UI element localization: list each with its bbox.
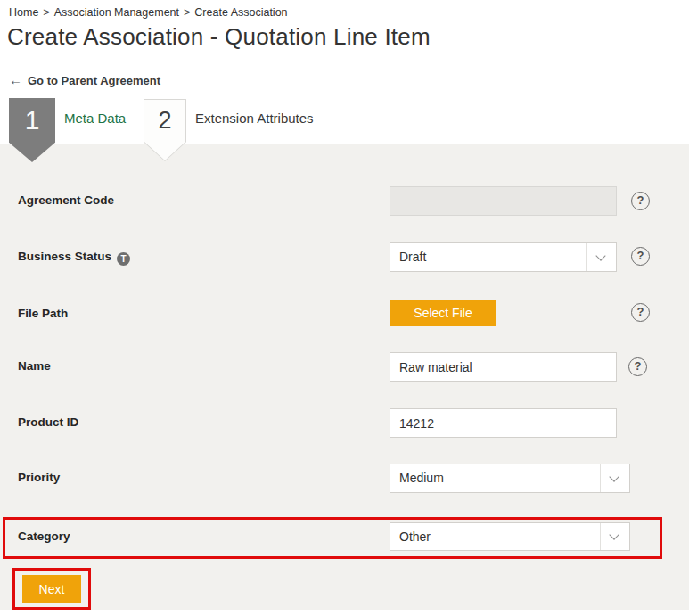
product-id-field[interactable]: [390, 408, 617, 438]
agreement-code-label: Agreement Code: [18, 193, 114, 207]
breadcrumb-create-association[interactable]: Create Association: [194, 6, 287, 19]
name-field[interactable]: [390, 352, 617, 382]
back-link-label: Go to Parent Agreement: [28, 74, 160, 87]
file-path-help-icon[interactable]: ?: [631, 303, 650, 322]
agreement-code-help-icon[interactable]: ?: [631, 192, 650, 210]
category-value: Other: [399, 523, 431, 551]
step-2-number: 2: [144, 99, 186, 142]
file-path-label: File Path: [18, 307, 68, 320]
next-button[interactable]: Next: [22, 575, 81, 603]
back-arrow-icon: ←: [9, 72, 22, 87]
step-1-number: 1: [9, 98, 55, 143]
priority-value: Medium: [399, 464, 444, 492]
priority-label: Priority: [18, 471, 60, 484]
breadcrumb-home[interactable]: Home: [9, 6, 38, 19]
business-status-label-text: Business Status: [18, 250, 111, 263]
go-to-parent-agreement-link[interactable]: ←Go to Parent Agreement: [9, 72, 160, 87]
priority-dropdown[interactable]: Medium: [390, 464, 630, 493]
create-association-page: Home>Association Management>Create Assoc…: [0, 0, 689, 616]
name-help-icon[interactable]: ?: [628, 357, 647, 376]
agreement-code-field[interactable]: [390, 186, 617, 216]
tab-extension-attributes[interactable]: Extension Attributes: [195, 111, 314, 126]
category-dropdown[interactable]: Other: [390, 522, 630, 551]
category-dropdown-toggle[interactable]: [600, 523, 629, 550]
business-status-value: Draft: [399, 243, 426, 271]
breadcrumb-separator: >: [43, 6, 49, 19]
business-status-label: Business StatusT: [18, 250, 130, 266]
product-id-label: Product ID: [18, 415, 78, 429]
priority-dropdown-toggle[interactable]: [600, 464, 629, 492]
business-status-dropdown-toggle[interactable]: [586, 243, 616, 271]
chevron-down-icon: [595, 251, 605, 260]
select-file-button[interactable]: Select File: [390, 300, 496, 326]
chevron-down-icon: [609, 472, 619, 481]
breadcrumb-association-management[interactable]: Association Management: [54, 6, 179, 19]
business-status-help-icon[interactable]: ?: [631, 247, 650, 266]
business-status-dropdown[interactable]: Draft: [390, 242, 617, 272]
page-title: Create Association - Quotation Line Item: [7, 23, 431, 51]
tab-meta-data[interactable]: Meta Data: [64, 111, 126, 126]
breadcrumb: Home>Association Management>Create Assoc…: [9, 6, 288, 19]
translatable-badge-icon: T: [117, 252, 130, 266]
category-label: Category: [18, 530, 70, 543]
breadcrumb-separator: >: [184, 6, 190, 19]
name-label: Name: [18, 359, 51, 373]
chevron-down-icon: [609, 530, 619, 539]
